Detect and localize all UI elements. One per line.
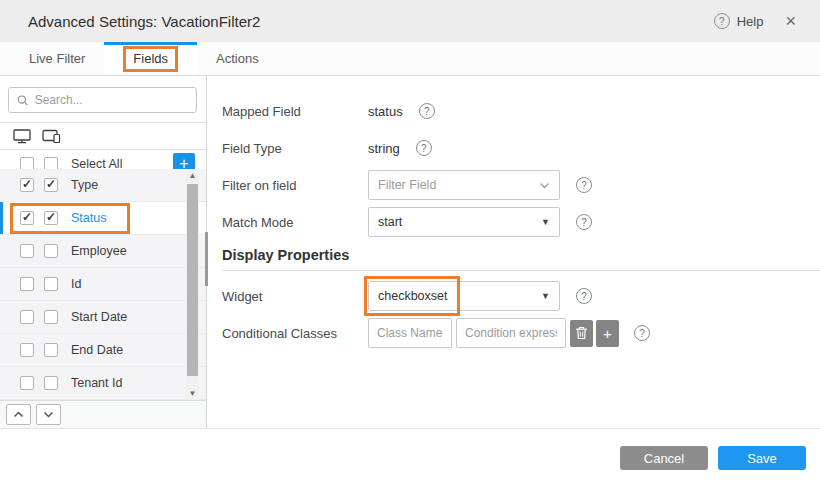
tab-live-filter[interactable]: Live Filter	[10, 42, 104, 75]
mobile-checkbox[interactable]: ✓	[44, 244, 58, 258]
mobile-checkbox[interactable]: ✓	[44, 277, 58, 291]
tab-live-filter-label: Live Filter	[29, 51, 85, 66]
close-icon[interactable]: ×	[785, 12, 796, 30]
filter-field-select[interactable]: Filter Field	[368, 170, 560, 200]
mobile-checkbox[interactable]: ✓	[44, 178, 58, 192]
mapped-field-value: status	[368, 104, 403, 119]
desktop-checkbox[interactable]: ✓	[20, 277, 34, 291]
add-condition-button[interactable]: +	[596, 320, 619, 347]
field-row-start-date[interactable]: ✓ ✓ Start Date	[0, 301, 206, 334]
help-icon-glyph: ?	[581, 217, 587, 228]
move-field-up-button[interactable]	[6, 404, 31, 425]
tab-fields[interactable]: Fields	[104, 42, 197, 75]
move-field-down-button[interactable]	[36, 404, 61, 425]
help-button[interactable]: ? Help	[714, 13, 764, 29]
mobile-checkbox[interactable]: ✓	[44, 376, 58, 390]
help-icon-glyph: ?	[424, 106, 430, 117]
cancel-button[interactable]: Cancel	[620, 446, 708, 470]
field-type-value: string	[368, 141, 400, 156]
match-mode-value: start	[378, 215, 541, 229]
tab-bar: Live Filter Fields Actions	[0, 42, 820, 76]
filter-field-placeholder: Filter Field	[378, 178, 539, 192]
tab-fields-label: Fields	[133, 51, 168, 66]
field-row-id[interactable]: ✓ ✓ Id	[0, 268, 206, 301]
fields-sidebar: ✓ ✓ Select All + ✓ ✓ Type ✓ ✓ Status	[0, 76, 207, 428]
check-icon: ✓	[22, 211, 32, 223]
mapped-field-label: Mapped Field	[222, 104, 368, 119]
delete-condition-button[interactable]	[570, 320, 593, 347]
field-list: ✓ ✓ Type ✓ ✓ Status ✓ ✓ Employee ✓	[0, 169, 206, 400]
save-button[interactable]: Save	[718, 446, 806, 470]
desktop-checkbox[interactable]: ✓	[20, 178, 34, 192]
field-row-status[interactable]: ✓ ✓ Status	[0, 202, 206, 235]
widget-select[interactable]: checkboxset ▼	[368, 281, 560, 311]
search-box[interactable]	[8, 87, 197, 113]
dropdown-arrow-icon: ▼	[541, 291, 550, 301]
help-icon-glyph: ?	[581, 291, 587, 302]
mobile-checkbox[interactable]: ✓	[44, 343, 58, 357]
field-label: Type	[71, 178, 98, 192]
desktop-checkbox[interactable]: ✓	[20, 211, 34, 225]
desktop-checkbox[interactable]: ✓	[20, 310, 34, 324]
field-label: Start Date	[71, 310, 127, 324]
tablet-icon[interactable]	[42, 129, 61, 143]
class-name-input[interactable]	[368, 318, 452, 348]
help-icon-glyph: ?	[639, 328, 645, 339]
search-input[interactable]	[35, 93, 188, 107]
check-icon: ✓	[46, 178, 56, 190]
field-row-type[interactable]: ✓ ✓ Type	[0, 169, 206, 202]
match-mode-row: Match Mode start ▼ ?	[222, 207, 820, 237]
help-icon[interactable]: ?	[419, 103, 435, 119]
check-icon: ✓	[46, 211, 56, 223]
search-icon	[17, 94, 29, 107]
tab-actions[interactable]: Actions	[197, 42, 278, 75]
search-row	[0, 76, 206, 123]
fields-tab-annotation: Fields	[123, 46, 178, 72]
help-icon[interactable]: ?	[576, 214, 592, 230]
chevron-up-icon	[13, 411, 24, 418]
dialog-body: ✓ ✓ Select All + ✓ ✓ Type ✓ ✓ Status	[0, 76, 820, 428]
mobile-checkbox[interactable]: ✓	[44, 211, 58, 225]
scroll-up-icon[interactable]: ▲	[186, 169, 199, 182]
help-icon[interactable]: ?	[576, 177, 592, 193]
field-row-end-date[interactable]: ✓ ✓ End Date	[0, 334, 206, 367]
match-mode-select[interactable]: start ▼	[368, 207, 560, 237]
dialog-titlebar: Advanced Settings: VacationFilter2 ? Hel…	[0, 0, 820, 42]
match-mode-label: Match Mode	[222, 215, 368, 230]
filter-on-field-label: Filter on field	[222, 178, 368, 193]
field-list-scrollbar[interactable]: ▲ ▼	[186, 169, 199, 400]
condition-expression-input[interactable]	[456, 318, 566, 348]
desktop-icon[interactable]	[13, 129, 31, 144]
help-icon[interactable]: ?	[714, 13, 730, 29]
desktop-checkbox[interactable]: ✓	[20, 343, 34, 357]
help-icon[interactable]: ?	[634, 325, 650, 341]
advanced-settings-dialog: Advanced Settings: VacationFilter2 ? Hel…	[0, 0, 820, 487]
panel-splitter-handle[interactable]	[205, 232, 208, 286]
display-properties-heading: Display Properties	[222, 247, 820, 271]
field-row-tenant-id[interactable]: ✓ ✓ Tenant Id	[0, 367, 206, 400]
chevron-down-icon	[43, 411, 54, 418]
field-settings-panel: Mapped Field status ? Field Type string …	[207, 76, 820, 428]
field-label: Id	[71, 277, 81, 291]
widget-value: checkboxset	[378, 289, 541, 303]
widget-row: Widget checkboxset ▼ ?	[222, 281, 820, 311]
field-label: Status	[71, 211, 106, 225]
desktop-checkbox[interactable]: ✓	[20, 244, 34, 258]
field-label: Employee	[71, 244, 127, 258]
help-icon[interactable]: ?	[416, 140, 432, 156]
help-icon-glyph: ?	[581, 180, 587, 191]
conditional-classes-label: Conditional Classes	[222, 326, 368, 341]
help-icon[interactable]: ?	[576, 288, 592, 304]
dialog-title: Advanced Settings: VacationFilter2	[28, 13, 260, 30]
scrollbar-thumb[interactable]	[187, 184, 198, 376]
dropdown-arrow-icon: ▼	[541, 217, 550, 227]
help-icon-glyph: ?	[719, 16, 725, 27]
field-row-employee[interactable]: ✓ ✓ Employee	[0, 235, 206, 268]
help-icon-glyph: ?	[421, 143, 427, 154]
reorder-strip	[0, 400, 206, 428]
mobile-checkbox[interactable]: ✓	[44, 310, 58, 324]
scroll-down-icon[interactable]: ▼	[186, 387, 199, 400]
desktop-checkbox[interactable]: ✓	[20, 376, 34, 390]
device-columns-row	[0, 123, 206, 150]
field-label: Tenant Id	[71, 376, 122, 390]
